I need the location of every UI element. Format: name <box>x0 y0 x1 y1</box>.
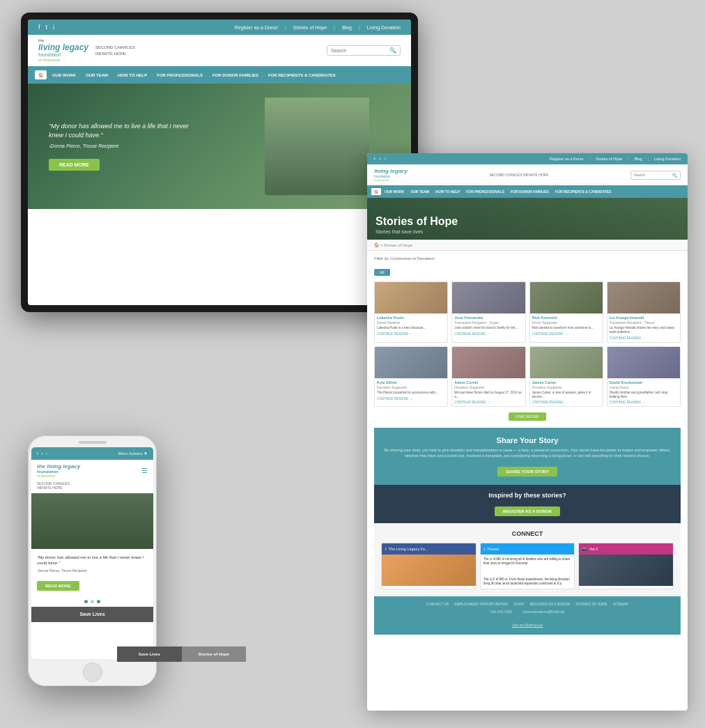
nav-for-recipients[interactable]: FOR RECIPIENTS & CANDIDATES <box>264 70 340 80</box>
story-continue-lakesha[interactable]: CONTINUE READING → <box>377 332 445 336</box>
phone-facebook-icon[interactable]: f <box>37 451 38 456</box>
facebook-icon-label: f <box>385 547 387 551</box>
story-continue-liz[interactable]: CONTINUE READING → <box>610 336 678 340</box>
ss-blog-link[interactable]: Blog <box>635 157 642 161</box>
ss-search-bar[interactable]: 🔍 <box>630 171 681 180</box>
phone-logo-text[interactable]: the living legacy <box>37 463 80 470</box>
story-card-james: James Carter Donation Supporter James Ca… <box>529 346 603 408</box>
share-your-story-section: Share Your Story By sharing your story, … <box>374 428 681 484</box>
load-more-button[interactable]: FIND MORE <box>509 412 546 421</box>
stories-website: f t i Register as a Donor | Stories of H… <box>367 153 688 711</box>
story-continue-rick[interactable]: CONTINUE READING → <box>532 332 601 336</box>
ss-nav-our-work[interactable]: OUR WORK <box>382 188 407 195</box>
footer-contact-link[interactable]: CONTACT US <box>426 602 449 606</box>
phone-instagram-icon[interactable]: i <box>46 451 47 456</box>
read-more-button[interactable]: READ MORE <box>49 159 100 171</box>
ss-nav-home[interactable]: 🏠 <box>371 188 381 195</box>
phone-bottom-nav-strip: Save Lives Stories of Hope <box>117 646 246 662</box>
blog-link[interactable]: Blog <box>342 25 352 30</box>
facebook-icon[interactable]: f <box>38 24 40 31</box>
ss-filter-label: Filter by Connection to Donation: <box>374 256 681 261</box>
story-continue-jose[interactable]: CONTINUE READING → <box>454 332 522 336</box>
ss-maryland-text: of Maryland <box>374 178 408 182</box>
phone-save-lives-nav[interactable]: Save Lives <box>117 646 182 662</box>
phone-menu-icon[interactable]: ☰ <box>141 467 148 474</box>
ss-nav-our-team[interactable]: OUR TEAM <box>408 188 432 195</box>
desktop-search[interactable]: 🔍 <box>327 45 401 56</box>
story-card-kyle: Kyle Elliott Donation Supporter The Pier… <box>374 346 448 408</box>
footer-employment-link[interactable]: EMPLOYMENT OPPORTUNITIES <box>454 602 508 606</box>
ss-search-input[interactable] <box>634 173 672 177</box>
instagram-icon[interactable]: i <box>53 24 54 31</box>
nav-our-work[interactable]: OUR WORK <box>48 70 80 80</box>
twitter-icon[interactable]: t <box>46 24 48 31</box>
footer-email[interactable]: communications@llmdl.org <box>522 610 564 614</box>
facebook-feed-box: f The Living Legacy Fo... <box>381 543 477 589</box>
twitter-feed-box: t Tweets The Ll of MD is honoring all of… <box>480 543 575 589</box>
logo-foundation: foundation <box>38 52 88 58</box>
phone-home-button[interactable] <box>83 663 102 682</box>
register-link[interactable]: Register as a Donor <box>235 25 278 30</box>
hero-image <box>265 98 369 195</box>
story-continue-adam[interactable]: CONTINUE READING → <box>454 401 522 404</box>
footer-register-link[interactable]: REGISTER AS A DONOR <box>530 602 571 606</box>
phone-dot-1[interactable] <box>84 600 88 603</box>
ss-footer: CONTACT US EMPLOYMENT OPPORTUNITIES STAF… <box>374 596 681 635</box>
story-image-lakesha <box>375 282 447 313</box>
nav-our-team[interactable]: OUR TEAM <box>82 70 112 80</box>
logo-living[interactable]: living legacy <box>38 43 88 52</box>
ss-register-link[interactable]: Register as a Donor <box>550 157 584 161</box>
ss-twitter-icon[interactable]: t <box>380 157 381 161</box>
logo-area: the living legacy foundation of Maryland… <box>38 38 135 62</box>
story-name-rick: Rick Katovich <box>532 316 601 320</box>
story-continue-david[interactable]: CONTINUE READING → <box>610 401 678 404</box>
story-image-liz <box>607 282 680 313</box>
phone-save-lives-label[interactable]: Save Lives <box>79 612 104 617</box>
ss-nav-recipients[interactable]: FOR RECIPIENTS & CANDIDATES <box>552 188 614 195</box>
ss-nav-donor-families[interactable]: FOR DONOR FAMILIES <box>508 188 552 195</box>
more-actions-button[interactable]: More Actions ▼ <box>118 451 148 456</box>
stories-link[interactable]: Stories of Hope <box>293 25 327 30</box>
story-continue-kyle[interactable]: CONTINUE READING → <box>377 397 445 401</box>
phone-dot-3[interactable] <box>97 600 100 603</box>
ss-living-donation-link[interactable]: Living Donation <box>654 157 681 161</box>
twitter-tweet-1: The Ll of MD is honoring all of families… <box>483 557 572 566</box>
search-icon[interactable]: 🔍 <box>389 47 396 54</box>
register-as-donor-button[interactable]: REGISTER AS A DONOR <box>495 506 560 516</box>
footer-sitemap-link[interactable]: SITEMAP <box>613 602 628 606</box>
desktop-search-input[interactable] <box>331 48 387 53</box>
ss-nav-for-professionals[interactable]: FOR PROFESSIONALS <box>463 188 507 195</box>
living-donation-link[interactable]: Living Donation <box>367 25 401 30</box>
ss-logo-text[interactable]: living legacy <box>374 168 408 174</box>
ss-sep-3: | <box>648 157 649 161</box>
ss-stories-link[interactable]: Stories of Hope <box>596 157 622 161</box>
ss-topbar: f t i Register as a Donor | Stories of H… <box>367 153 688 164</box>
story-continue-james[interactable]: CONTINUE READING → <box>532 401 601 404</box>
share-story-button[interactable]: SHARE YOUR STORY <box>497 467 557 477</box>
story-info-rick: Rick Katovich Donor Supporter Rick wante… <box>530 313 603 338</box>
nav-for-donor-families[interactable]: FOR DONOR FAMILIES <box>208 70 263 80</box>
phone-twitter-icon[interactable]: t <box>42 451 43 456</box>
phone-dot-2[interactable] <box>91 600 94 603</box>
ss-main-nav: 🏠 OUR WORK OUR TEAM HOW TO HELP FOR PROF… <box>367 185 688 198</box>
phone-hero <box>31 493 153 549</box>
story-text-rick: Rick wanted to transform from someone to… <box>532 326 601 330</box>
ss-filter-all-button[interactable]: All <box>374 269 390 276</box>
footer-stories-link[interactable]: STORIES OF HOPE <box>575 602 607 606</box>
nav-for-professionals[interactable]: FOR PROFESSIONALS <box>153 70 207 80</box>
connect-section: CONNECT f The Living Legacy Fo... t Twee… <box>374 523 681 596</box>
nav-how-to-help[interactable]: HOW TO HELP <box>114 70 151 80</box>
phone-stories-nav[interactable]: Stories of Hope <box>182 646 247 662</box>
ss-instagram-icon[interactable]: i <box>385 157 385 161</box>
ss-tagline: second chances INFINITE HOPE <box>490 173 549 177</box>
ss-content-area[interactable]: Filter by Connection to Donation: All La… <box>367 251 688 680</box>
nav-home[interactable]: 🏠 <box>35 70 47 79</box>
phone-screen: f t i More Actions ▼ the living legacy f… <box>31 447 153 659</box>
footer-staff-link[interactable]: STAFF <box>513 602 524 606</box>
ss-nav-how-to-help[interactable]: HOW TO HELP <box>433 188 463 195</box>
footer-mailing-link[interactable]: Join our Mailing List <box>512 623 543 627</box>
ss-facebook-icon[interactable]: f <box>374 157 375 161</box>
ss-search-icon[interactable]: 🔍 <box>672 173 677 178</box>
phone-logo-maryland: of Maryland <box>37 474 80 478</box>
phone-read-more-button[interactable]: READ MORE <box>37 581 79 591</box>
